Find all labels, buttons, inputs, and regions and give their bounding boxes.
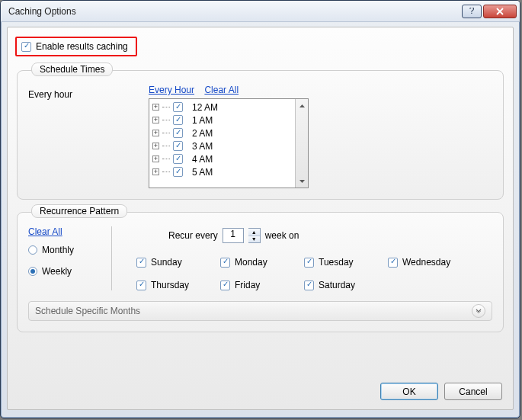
cancel-button[interactable]: Cancel <box>444 383 502 400</box>
window-title: Caching Options <box>8 6 76 17</box>
recur-suffix: week on <box>265 230 299 241</box>
monthly-radio[interactable] <box>28 245 37 255</box>
day-label: Wednesday <box>402 257 450 268</box>
svg-text:?: ? <box>469 8 475 15</box>
hours-tree: +12 AM +1 AM +2 AM +3 AM +4 AM +5 AM <box>149 98 309 188</box>
recurrence-mode-panel: Clear All Monthly Weekly <box>28 226 112 290</box>
expand-icon[interactable]: + <box>152 117 159 123</box>
hour-label: 4 AM <box>192 154 213 165</box>
weekly-radio-row[interactable]: Weekly <box>28 266 104 277</box>
recur-prefix: Recur every <box>168 230 218 241</box>
schedule-times-legend: Schedule Times <box>31 63 113 76</box>
hour-checkbox[interactable] <box>173 115 183 125</box>
schedule-summary: Every hour <box>28 85 135 100</box>
recur-value-input[interactable]: 1 <box>223 228 244 243</box>
day-label: Thursday <box>151 280 189 290</box>
specific-months-expander[interactable]: Schedule Specific Months <box>28 301 492 321</box>
scroll-up-icon[interactable] <box>296 99 308 112</box>
day-friday[interactable]: Friday <box>220 280 304 290</box>
ok-button[interactable]: OK <box>380 383 438 400</box>
hour-checkbox[interactable] <box>173 154 183 164</box>
day-checkbox[interactable] <box>304 258 314 268</box>
recurrence-legend: Recurrence Pattern <box>31 204 127 218</box>
help-button[interactable]: ? <box>462 5 482 18</box>
day-checkbox[interactable] <box>136 281 146 290</box>
day-saturday[interactable]: Saturday <box>304 280 388 290</box>
expand-icon[interactable]: + <box>152 104 159 111</box>
recur-every-line: Recur every 1 ▲ ▼ week on <box>168 228 492 243</box>
day-checkbox[interactable] <box>136 258 146 268</box>
enable-caching-checkbox[interactable] <box>21 42 31 52</box>
day-sunday[interactable]: Sunday <box>136 257 220 268</box>
spin-up-icon[interactable]: ▲ <box>248 229 260 236</box>
day-checkbox[interactable] <box>388 258 398 268</box>
day-label: Saturday <box>319 280 355 290</box>
monthly-radio-row[interactable]: Monthly <box>28 245 104 255</box>
scroll-track[interactable] <box>296 112 308 175</box>
clear-all-hours-link[interactable]: Clear All <box>204 85 239 95</box>
day-checkbox[interactable] <box>220 281 230 290</box>
expand-icon[interactable]: + <box>152 168 159 175</box>
hour-row[interactable]: +2 AM <box>149 127 295 139</box>
weekly-label: Weekly <box>42 266 72 277</box>
day-thursday[interactable]: Thursday <box>136 280 220 290</box>
recur-spinner[interactable]: ▲ ▼ <box>248 228 261 243</box>
hours-scrollbar[interactable] <box>295 99 308 188</box>
day-monday[interactable]: Monday <box>220 257 304 268</box>
hour-label: 12 AM <box>192 102 218 113</box>
hour-row[interactable]: +3 AM <box>149 139 295 152</box>
day-label: Monday <box>235 257 267 268</box>
recurrence-detail-panel: Recur every 1 ▲ ▼ week on Sunday Monday … <box>112 226 492 290</box>
hours-tree-items: +12 AM +1 AM +2 AM +3 AM +4 AM +5 AM <box>149 99 295 188</box>
dialog-footer: OK Cancel <box>380 383 502 400</box>
days-grid: Sunday Monday Tuesday Wednesday Thursday… <box>136 257 492 290</box>
expand-icon[interactable]: + <box>152 143 159 149</box>
spin-down-icon[interactable]: ▼ <box>248 236 260 243</box>
client-area: Enable results caching Schedule Times Ev… <box>7 27 514 410</box>
close-button[interactable] <box>483 5 517 18</box>
schedule-links: Every Hour Clear All <box>149 85 309 95</box>
dialog-window: Caching Options ? Enable results caching… <box>0 0 520 418</box>
hour-label: 2 AM <box>192 128 213 139</box>
day-label: Tuesday <box>319 257 354 268</box>
hour-checkbox[interactable] <box>173 141 183 151</box>
hour-row[interactable]: +5 AM <box>149 165 295 178</box>
hour-row[interactable]: +12 AM <box>149 101 295 114</box>
schedule-times-group: Schedule Times Every hour Every Hour Cle… <box>17 70 504 200</box>
hour-checkbox[interactable] <box>173 102 183 112</box>
enable-caching-row[interactable]: Enable results caching <box>15 37 137 56</box>
titlebar: Caching Options ? <box>1 1 520 22</box>
day-wednesday[interactable]: Wednesday <box>388 257 472 268</box>
specific-months-label: Schedule Specific Months <box>35 306 140 316</box>
day-checkbox[interactable] <box>220 258 230 268</box>
day-label: Friday <box>235 280 260 290</box>
every-hour-link[interactable]: Every Hour <box>149 85 194 95</box>
day-tuesday[interactable]: Tuesday <box>304 257 388 268</box>
hour-label: 3 AM <box>192 141 213 152</box>
monthly-label: Monthly <box>42 245 74 255</box>
help-icon: ? <box>468 8 476 15</box>
close-icon <box>495 8 504 15</box>
hour-row[interactable]: +4 AM <box>149 152 295 165</box>
hour-label: 5 AM <box>192 167 213 178</box>
day-label: Sunday <box>151 257 182 268</box>
chevron-down-icon[interactable] <box>472 304 485 318</box>
recurrence-group: Recurrence Pattern Clear All Monthly Wee… <box>17 212 504 332</box>
hour-label: 1 AM <box>192 115 213 126</box>
enable-caching-label: Enable results caching <box>36 41 128 52</box>
hour-checkbox[interactable] <box>173 128 183 138</box>
clear-all-recurrence-link[interactable]: Clear All <box>28 226 96 237</box>
hour-checkbox[interactable] <box>173 167 183 177</box>
expand-icon[interactable]: + <box>152 130 159 136</box>
expand-icon[interactable]: + <box>152 155 159 162</box>
weekly-radio[interactable] <box>28 267 37 276</box>
scroll-down-icon[interactable] <box>296 175 308 188</box>
day-checkbox[interactable] <box>304 281 314 290</box>
hour-row[interactable]: +1 AM <box>149 114 295 127</box>
